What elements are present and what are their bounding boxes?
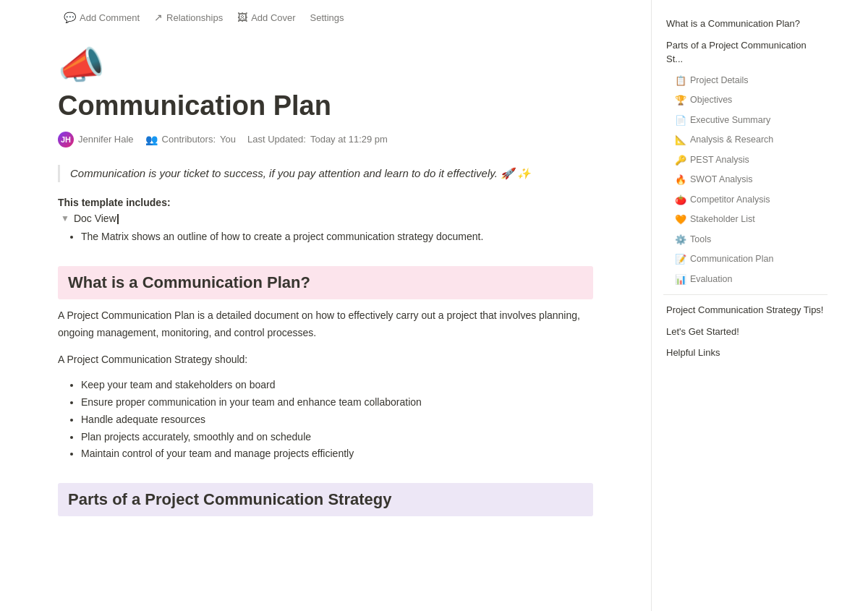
quote-block: Communication is your ticket to success,… (58, 165, 593, 182)
comm-plan-icon: 📝 (675, 252, 686, 267)
last-updated-value: Today at 11:29 pm (310, 134, 388, 145)
add-cover-label: Add Cover (251, 12, 295, 23)
image-icon: 🖼 (237, 12, 247, 23)
toc-parts-link[interactable]: Parts of a Project Communication St... (663, 36, 827, 69)
toc-what-link[interactable]: What is a Communication Plan? (663, 14, 827, 33)
stakeholder-icon: 🧡 (675, 213, 686, 227)
toc-project-details-label: Project Details (690, 74, 749, 87)
list-item: The Matrix shows an outline of how to cr… (81, 228, 593, 246)
toc-exec-summary-link[interactable]: 📄 Executive Summary (663, 111, 827, 130)
add-comment-button[interactable]: 💬 Add Comment (58, 9, 145, 26)
list-item: Handle adequate resources (81, 411, 593, 429)
toc-divider (663, 294, 827, 295)
swot-icon: 🔥 (675, 173, 686, 187)
toc-tools-label: Tools (690, 233, 711, 247)
toc-tools-link[interactable]: ⚙️ Tools (663, 231, 827, 249)
exec-summary-icon: 📄 (675, 114, 686, 128)
contributors-value: You (220, 134, 236, 145)
project-details-icon: 📋 (675, 74, 686, 88)
toc-pest-link[interactable]: 🔑 PEST Analysis (663, 151, 827, 170)
objectives-icon: 🏆 (675, 93, 686, 108)
toc-evaluation-label: Evaluation (690, 273, 732, 286)
analysis-icon: 📐 (675, 133, 686, 148)
toc-tips-link[interactable]: Project Communication Strategy Tips! (663, 301, 827, 320)
toc-competitor-link[interactable]: 🍅 Competitor Analysis (663, 191, 827, 210)
settings-label: Settings (310, 12, 344, 23)
page-title: Communication Plan (58, 90, 593, 123)
author-name: Jennifer Hale (78, 134, 134, 145)
template-bullet-list: The Matrix shows an outline of how to cr… (58, 228, 593, 246)
toc-pest-label: PEST Analysis (690, 153, 749, 167)
tools-icon: ⚙️ (675, 233, 686, 247)
quote-text: Communication is your ticket to success,… (70, 167, 531, 179)
section-heading-parts: Parts of a Project Communication Strateg… (58, 483, 593, 516)
section1-should-label: A Project Communication Strategy should: (58, 351, 593, 369)
relationships-button[interactable]: ↗ Relationships (148, 9, 229, 26)
section1-bullets: Keep your team and stakeholders on board… (58, 377, 593, 463)
last-updated-label: Last Updated: (247, 134, 306, 145)
toc-exec-summary-label: Executive Summary (690, 114, 770, 127)
list-item: Keep your team and stakeholders on board (81, 377, 593, 394)
toolbar: 💬 Add Comment ↗ Relationships 🖼 Add Cove… (58, 0, 593, 32)
toc-comm-plan-label: Communication Plan (690, 252, 773, 266)
toggle-row: ▼ Doc View (61, 213, 593, 224)
list-item: Ensure proper communication in your team… (81, 394, 593, 411)
template-section: This template includes: ▼ Doc View The M… (58, 197, 593, 246)
last-updated-meta: Last Updated: Today at 11:29 pm (247, 134, 388, 145)
page-meta: JH Jennifer Hale 👥 Contributors: You Las… (58, 132, 593, 148)
section-heading-what: What is a Communication Plan? (58, 266, 593, 299)
avatar: JH (58, 132, 74, 148)
pest-icon: 🔑 (675, 153, 686, 168)
main-content: 💬 Add Comment ↗ Relationships 🖼 Add Cove… (0, 0, 651, 611)
toc-swot-label: SWOT Analysis (690, 173, 753, 187)
evaluation-icon: 📊 (675, 273, 686, 287)
page-icon: 📣 (58, 46, 593, 84)
toc-started-link[interactable]: Let's Get Started! (663, 322, 827, 341)
toc-links-link[interactable]: Helpful Links (663, 343, 827, 362)
relationships-icon: ↗ (154, 12, 163, 23)
author-meta: JH Jennifer Hale (58, 132, 134, 148)
toc-stakeholder-link[interactable]: 🧡 Stakeholder List (663, 210, 827, 229)
toc-comm-plan-link[interactable]: 📝 Communication Plan (663, 250, 827, 269)
list-item: Plan projects accurately, smoothly and o… (81, 429, 593, 446)
toc-evaluation-link[interactable]: 📊 Evaluation (663, 270, 827, 289)
settings-button[interactable]: Settings (305, 9, 350, 26)
right-sidebar: What is a Communication Plan? Parts of a… (651, 0, 839, 611)
contributors-icon: 👥 (145, 134, 158, 145)
add-comment-label: Add Comment (80, 12, 140, 23)
contributors-label: Contributors: (162, 134, 216, 145)
toc-project-details-link[interactable]: 📋 Project Details (663, 72, 827, 90)
toc-objectives-label: Objectives (690, 93, 732, 107)
contributors-meta: 👥 Contributors: You (145, 134, 236, 145)
toc-analysis-label: Analysis & Research (690, 133, 773, 147)
relationships-label: Relationships (166, 12, 223, 23)
toggle-arrow-icon: ▼ (61, 213, 69, 223)
section1-para1: A Project Communication Plan is a detail… (58, 307, 593, 342)
competitor-icon: 🍅 (675, 193, 686, 208)
toc-stakeholder-label: Stakeholder List (690, 213, 755, 226)
toc-objectives-link[interactable]: 🏆 Objectives (663, 91, 827, 110)
toc-analysis-link[interactable]: 📐 Analysis & Research (663, 131, 827, 150)
add-cover-button[interactable]: 🖼 Add Cover (231, 9, 301, 26)
toc-competitor-label: Competitor Analysis (690, 193, 770, 207)
comment-icon: 💬 (64, 12, 76, 23)
doc-view-label: Doc View (74, 213, 119, 224)
toc-swot-link[interactable]: 🔥 SWOT Analysis (663, 171, 827, 189)
template-label: This template includes: (58, 197, 593, 208)
list-item: Maintain control of your team and manage… (81, 445, 593, 463)
